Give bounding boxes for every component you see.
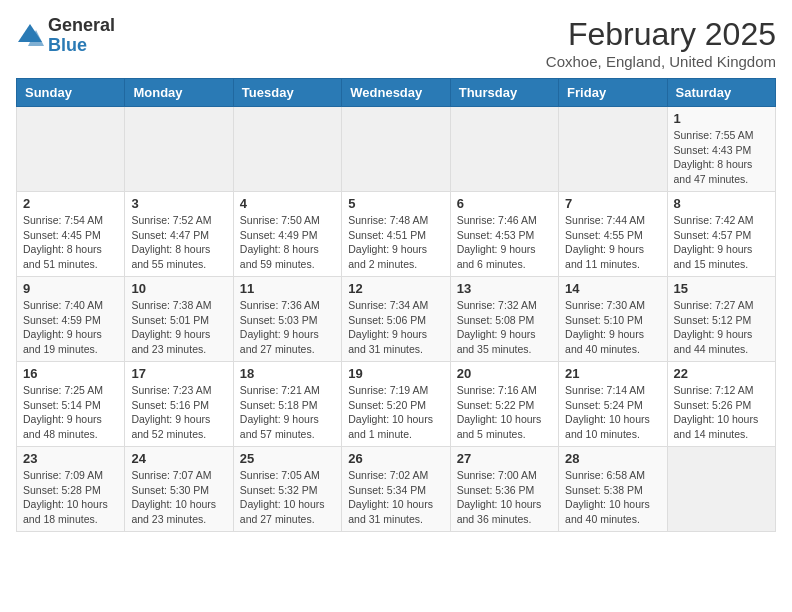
location: Coxhoe, England, United Kingdom — [546, 53, 776, 70]
day-cell: 10Sunrise: 7:38 AM Sunset: 5:01 PM Dayli… — [125, 277, 233, 362]
day-cell: 17Sunrise: 7:23 AM Sunset: 5:16 PM Dayli… — [125, 362, 233, 447]
day-number: 27 — [457, 451, 552, 466]
day-info: Sunrise: 7:44 AM Sunset: 4:55 PM Dayligh… — [565, 213, 660, 272]
weekday-header-row: SundayMondayTuesdayWednesdayThursdayFrid… — [17, 79, 776, 107]
calendar: SundayMondayTuesdayWednesdayThursdayFrid… — [16, 78, 776, 532]
day-info: Sunrise: 7:46 AM Sunset: 4:53 PM Dayligh… — [457, 213, 552, 272]
day-cell — [450, 107, 558, 192]
day-cell — [342, 107, 450, 192]
day-cell: 1Sunrise: 7:55 AM Sunset: 4:43 PM Daylig… — [667, 107, 775, 192]
day-number: 16 — [23, 366, 118, 381]
day-number: 25 — [240, 451, 335, 466]
day-number: 2 — [23, 196, 118, 211]
day-number: 7 — [565, 196, 660, 211]
weekday-header-tuesday: Tuesday — [233, 79, 341, 107]
day-info: Sunrise: 7:40 AM Sunset: 4:59 PM Dayligh… — [23, 298, 118, 357]
day-number: 17 — [131, 366, 226, 381]
day-cell: 13Sunrise: 7:32 AM Sunset: 5:08 PM Dayli… — [450, 277, 558, 362]
day-cell: 21Sunrise: 7:14 AM Sunset: 5:24 PM Dayli… — [559, 362, 667, 447]
day-cell: 26Sunrise: 7:02 AM Sunset: 5:34 PM Dayli… — [342, 447, 450, 532]
day-cell: 14Sunrise: 7:30 AM Sunset: 5:10 PM Dayli… — [559, 277, 667, 362]
day-number: 12 — [348, 281, 443, 296]
day-cell — [17, 107, 125, 192]
day-number: 6 — [457, 196, 552, 211]
day-number: 8 — [674, 196, 769, 211]
day-number: 22 — [674, 366, 769, 381]
day-cell: 2Sunrise: 7:54 AM Sunset: 4:45 PM Daylig… — [17, 192, 125, 277]
day-cell: 7Sunrise: 7:44 AM Sunset: 4:55 PM Daylig… — [559, 192, 667, 277]
day-info: Sunrise: 7:19 AM Sunset: 5:20 PM Dayligh… — [348, 383, 443, 442]
day-cell: 24Sunrise: 7:07 AM Sunset: 5:30 PM Dayli… — [125, 447, 233, 532]
day-info: Sunrise: 7:02 AM Sunset: 5:34 PM Dayligh… — [348, 468, 443, 527]
day-info: Sunrise: 7:23 AM Sunset: 5:16 PM Dayligh… — [131, 383, 226, 442]
day-cell: 5Sunrise: 7:48 AM Sunset: 4:51 PM Daylig… — [342, 192, 450, 277]
day-info: Sunrise: 7:34 AM Sunset: 5:06 PM Dayligh… — [348, 298, 443, 357]
day-info: Sunrise: 7:27 AM Sunset: 5:12 PM Dayligh… — [674, 298, 769, 357]
day-info: Sunrise: 7:21 AM Sunset: 5:18 PM Dayligh… — [240, 383, 335, 442]
day-cell: 3Sunrise: 7:52 AM Sunset: 4:47 PM Daylig… — [125, 192, 233, 277]
day-cell: 18Sunrise: 7:21 AM Sunset: 5:18 PM Dayli… — [233, 362, 341, 447]
day-cell — [233, 107, 341, 192]
day-cell: 4Sunrise: 7:50 AM Sunset: 4:49 PM Daylig… — [233, 192, 341, 277]
day-number: 1 — [674, 111, 769, 126]
day-cell: 9Sunrise: 7:40 AM Sunset: 4:59 PM Daylig… — [17, 277, 125, 362]
week-row-3: 9Sunrise: 7:40 AM Sunset: 4:59 PM Daylig… — [17, 277, 776, 362]
week-row-4: 16Sunrise: 7:25 AM Sunset: 5:14 PM Dayli… — [17, 362, 776, 447]
day-cell: 8Sunrise: 7:42 AM Sunset: 4:57 PM Daylig… — [667, 192, 775, 277]
day-cell: 15Sunrise: 7:27 AM Sunset: 5:12 PM Dayli… — [667, 277, 775, 362]
day-number: 24 — [131, 451, 226, 466]
day-info: Sunrise: 7:48 AM Sunset: 4:51 PM Dayligh… — [348, 213, 443, 272]
day-number: 11 — [240, 281, 335, 296]
week-row-5: 23Sunrise: 7:09 AM Sunset: 5:28 PM Dayli… — [17, 447, 776, 532]
day-number: 21 — [565, 366, 660, 381]
day-info: Sunrise: 7:00 AM Sunset: 5:36 PM Dayligh… — [457, 468, 552, 527]
day-number: 4 — [240, 196, 335, 211]
day-info: Sunrise: 7:05 AM Sunset: 5:32 PM Dayligh… — [240, 468, 335, 527]
logo-text: General Blue — [48, 16, 115, 56]
day-cell: 25Sunrise: 7:05 AM Sunset: 5:32 PM Dayli… — [233, 447, 341, 532]
day-info: Sunrise: 7:42 AM Sunset: 4:57 PM Dayligh… — [674, 213, 769, 272]
day-info: Sunrise: 7:09 AM Sunset: 5:28 PM Dayligh… — [23, 468, 118, 527]
day-info: Sunrise: 7:12 AM Sunset: 5:26 PM Dayligh… — [674, 383, 769, 442]
day-cell: 28Sunrise: 6:58 AM Sunset: 5:38 PM Dayli… — [559, 447, 667, 532]
day-info: Sunrise: 7:32 AM Sunset: 5:08 PM Dayligh… — [457, 298, 552, 357]
day-cell: 12Sunrise: 7:34 AM Sunset: 5:06 PM Dayli… — [342, 277, 450, 362]
logo: General Blue — [16, 16, 115, 56]
day-cell — [559, 107, 667, 192]
day-info: Sunrise: 7:52 AM Sunset: 4:47 PM Dayligh… — [131, 213, 226, 272]
day-cell — [125, 107, 233, 192]
day-number: 10 — [131, 281, 226, 296]
day-number: 18 — [240, 366, 335, 381]
day-cell: 6Sunrise: 7:46 AM Sunset: 4:53 PM Daylig… — [450, 192, 558, 277]
weekday-header-saturday: Saturday — [667, 79, 775, 107]
day-cell: 23Sunrise: 7:09 AM Sunset: 5:28 PM Dayli… — [17, 447, 125, 532]
month-title: February 2025 — [546, 16, 776, 53]
day-number: 5 — [348, 196, 443, 211]
logo-general: General — [48, 15, 115, 35]
day-number: 23 — [23, 451, 118, 466]
day-cell — [667, 447, 775, 532]
day-cell: 20Sunrise: 7:16 AM Sunset: 5:22 PM Dayli… — [450, 362, 558, 447]
day-number: 3 — [131, 196, 226, 211]
day-info: Sunrise: 7:38 AM Sunset: 5:01 PM Dayligh… — [131, 298, 226, 357]
day-number: 9 — [23, 281, 118, 296]
day-number: 14 — [565, 281, 660, 296]
day-number: 26 — [348, 451, 443, 466]
day-number: 15 — [674, 281, 769, 296]
day-number: 20 — [457, 366, 552, 381]
logo-blue: Blue — [48, 35, 87, 55]
day-info: Sunrise: 7:36 AM Sunset: 5:03 PM Dayligh… — [240, 298, 335, 357]
page-header: General Blue February 2025 Coxhoe, Engla… — [16, 16, 776, 70]
day-number: 19 — [348, 366, 443, 381]
day-cell: 27Sunrise: 7:00 AM Sunset: 5:36 PM Dayli… — [450, 447, 558, 532]
day-info: Sunrise: 7:14 AM Sunset: 5:24 PM Dayligh… — [565, 383, 660, 442]
weekday-header-thursday: Thursday — [450, 79, 558, 107]
day-info: Sunrise: 7:07 AM Sunset: 5:30 PM Dayligh… — [131, 468, 226, 527]
day-cell: 22Sunrise: 7:12 AM Sunset: 5:26 PM Dayli… — [667, 362, 775, 447]
day-info: Sunrise: 7:30 AM Sunset: 5:10 PM Dayligh… — [565, 298, 660, 357]
day-number: 13 — [457, 281, 552, 296]
weekday-header-friday: Friday — [559, 79, 667, 107]
day-info: Sunrise: 7:55 AM Sunset: 4:43 PM Dayligh… — [674, 128, 769, 187]
weekday-header-monday: Monday — [125, 79, 233, 107]
day-number: 28 — [565, 451, 660, 466]
